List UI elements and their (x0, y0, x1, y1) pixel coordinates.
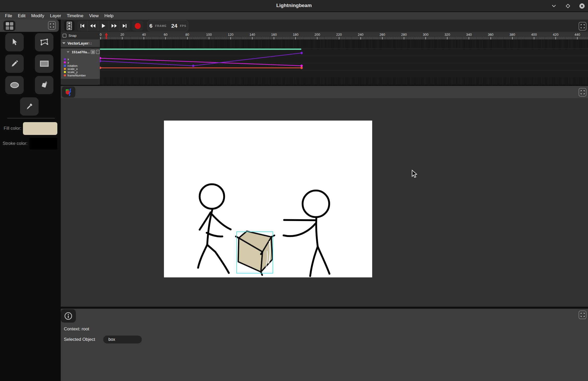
frame-fps-panel[interactable]: 6 FRAME 24 FPS (148, 20, 188, 31)
playhead[interactable] (105, 32, 108, 40)
ruler-tick (360, 37, 361, 39)
object-ease-button[interactable]: ~ (96, 50, 100, 54)
ruler-tick (447, 37, 448, 39)
tool-panel-expand-button[interactable] (48, 21, 56, 30)
keyframe-x[interactable] (192, 65, 194, 67)
box-object[interactable] (236, 231, 274, 275)
close-button[interactable] (578, 2, 586, 10)
ruler-tick (295, 37, 296, 39)
skip-to-start-button[interactable] (77, 21, 88, 31)
info-button[interactable] (61, 309, 76, 323)
ellipse-tool-button[interactable] (5, 76, 24, 94)
ruler-tick (382, 37, 383, 39)
ruler-tick (230, 37, 231, 39)
record-icon (135, 23, 141, 29)
menu-item-modify[interactable]: Modify (28, 12, 47, 20)
menu-item-view[interactable]: View (86, 12, 102, 20)
timeline-ruler[interactable]: 0204060801001201401601802002202402602803… (100, 32, 588, 39)
transform-icon (40, 38, 49, 46)
paint-bucket-tool-button[interactable] (35, 76, 53, 94)
keyframe-frameNumber[interactable] (100, 67, 101, 69)
menu-item-help[interactable]: Help (101, 12, 116, 20)
property-row-scale_x[interactable]: scale_x (61, 67, 100, 70)
shapes-mode-button[interactable] (62, 86, 75, 98)
context-text: Context: root (64, 326, 89, 332)
property-row-scale_y[interactable]: scale_y (61, 70, 100, 74)
rewind-button[interactable] (88, 21, 99, 31)
expand-icon (581, 24, 585, 28)
cursor-arrow-icon (11, 38, 19, 46)
keyframe-x[interactable] (301, 52, 303, 54)
ruler-tick-label: 20 (118, 33, 127, 37)
keyframe-y[interactable] (100, 57, 101, 59)
layer-collapse-icon[interactable] (62, 42, 65, 44)
selected-object-label: Selected Object (64, 337, 95, 342)
skip-to-end-button[interactable] (119, 21, 130, 31)
frame-extent-bar[interactable] (100, 49, 301, 50)
object-collapse-icon[interactable] (67, 51, 69, 53)
ruler-tick-label: 280 (400, 33, 408, 37)
pencil-icon (11, 60, 19, 68)
fast-forward-button[interactable] (109, 21, 120, 31)
ruler-tick (534, 37, 534, 39)
stage-canvas[interactable] (164, 121, 372, 277)
rectangle-tool-button[interactable] (35, 55, 53, 73)
property-color-dot (64, 68, 66, 70)
play-button[interactable] (98, 21, 109, 31)
filled-square-icon (92, 51, 94, 53)
ruler-tick (187, 37, 188, 39)
transform-tool-button[interactable] (35, 33, 53, 51)
property-row-frameNumber[interactable]: frameNumber (61, 74, 100, 77)
layer-suffix: [L] (88, 42, 91, 45)
property-row-y[interactable]: y (61, 61, 100, 64)
ruler-tick-label: 320 (443, 33, 452, 37)
timeline-curves[interactable] (100, 39, 588, 85)
fast-forward-icon (111, 24, 117, 28)
ruler-tick (404, 37, 404, 39)
fill-color-label: Fill color: (4, 126, 21, 131)
inspector-expand-button[interactable] (579, 311, 586, 319)
fill-color-swatch[interactable] (23, 122, 57, 135)
select-tool-button[interactable] (5, 33, 24, 51)
property-row-x[interactable]: x (61, 58, 100, 61)
eyedropper-tool-button[interactable] (20, 97, 39, 116)
ruler-tick-label: 80 (183, 33, 192, 37)
keyframe-frameNumber[interactable] (301, 67, 303, 69)
minimize-button[interactable] (550, 2, 558, 10)
ruler-tick-label: 240 (356, 33, 365, 37)
tilde-icon: ~ (97, 51, 99, 53)
ruler-tick-label: 380 (508, 33, 517, 37)
pencil-tool-button[interactable] (5, 55, 24, 73)
panel-grid-button[interactable] (3, 21, 15, 31)
canvas-expand-button[interactable] (579, 88, 586, 97)
ruler-tick-label: 300 (421, 33, 430, 37)
keyframe-y[interactable] (301, 65, 303, 67)
object-visibility-button[interactable] (91, 50, 95, 54)
menu-item-timeline[interactable]: Timeline (64, 12, 86, 20)
stroke-color-swatch[interactable] (29, 138, 57, 150)
record-button[interactable] (132, 21, 143, 31)
keyframe-x[interactable] (100, 60, 101, 62)
property-color-dot (64, 58, 66, 60)
property-row-rotation[interactable]: rotation (61, 64, 100, 67)
shapes-icon (64, 88, 73, 96)
frame-value: 6 (149, 23, 152, 29)
property-label: frameNumber (68, 74, 86, 77)
mouse-cursor (411, 170, 418, 178)
stroke-color-label: Stroke color: (3, 141, 27, 146)
maximize-button[interactable] (564, 2, 572, 10)
stick-figure-left[interactable] (198, 184, 231, 273)
menu-item-file[interactable]: File (2, 12, 15, 20)
film-button[interactable] (64, 20, 75, 31)
menu-item-edit[interactable]: Edit (15, 12, 28, 20)
timeline-expand-button[interactable] (579, 22, 586, 31)
ruler-tick-label: 440 (573, 33, 582, 37)
stick-figure-right[interactable] (284, 190, 329, 276)
menu-item-layer[interactable]: Layer (47, 12, 64, 20)
snap-checkbox[interactable] (63, 34, 66, 38)
ruler-tick (122, 37, 123, 39)
object-row[interactable]: 151ad70a... ~ (61, 49, 100, 54)
selected-object-input[interactable]: box (103, 336, 142, 343)
layer-row[interactable]: VectorLayer[L] (61, 39, 100, 47)
canvas-toolbar (61, 86, 588, 98)
